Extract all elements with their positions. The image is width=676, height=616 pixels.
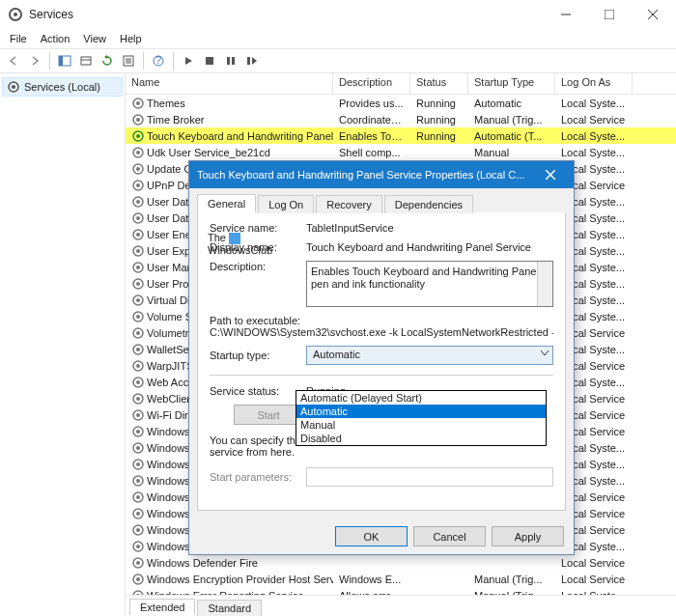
service-logon: Local Syste... — [555, 130, 633, 142]
startup-type-dropdown[interactable]: Automatic (Delayed Start) Automatic Manu… — [296, 390, 547, 446]
gear-icon — [131, 573, 145, 586]
option-automatic[interactable]: Automatic — [296, 405, 546, 418]
service-row[interactable]: Windows Encryption Provider Host Service… — [126, 571, 676, 587]
option-delayed[interactable]: Automatic (Delayed Start) — [296, 391, 546, 405]
pause-service-button[interactable] — [221, 51, 240, 70]
tab-recovery[interactable]: Recovery — [316, 195, 381, 213]
gear-icon — [131, 441, 145, 455]
gear-icon — [131, 343, 145, 356]
label-service-name: Service name: — [210, 222, 306, 234]
dialog-close-button[interactable] — [531, 163, 570, 186]
service-name: Time Broker — [147, 114, 205, 126]
export-button[interactable] — [76, 51, 96, 70]
col-name[interactable]: Name — [126, 73, 333, 94]
toolbar: ? — [0, 48, 676, 73]
service-status: Running — [410, 98, 468, 109]
service-row[interactable]: Windows Defender FireLocal Service — [126, 554, 676, 571]
menu-view[interactable]: View — [77, 31, 112, 46]
apply-button[interactable]: Apply — [492, 526, 564, 546]
svg-rect-16 — [206, 57, 213, 65]
svg-point-29 — [136, 151, 140, 154]
svg-point-43 — [136, 266, 140, 269]
col-startup-type[interactable]: Startup Type — [468, 73, 555, 94]
svg-point-53 — [136, 348, 140, 351]
label-service-status: Service status: — [210, 385, 306, 397]
refresh-button[interactable] — [98, 51, 117, 70]
gear-icon — [131, 146, 145, 159]
service-name: Udk User Service_be21cd — [147, 147, 270, 158]
chevron-down-icon — [541, 350, 549, 356]
gear-icon — [131, 129, 145, 143]
menu-action[interactable]: Action — [35, 31, 76, 46]
value-description: Enables Touch Keyboard and Handwriting P… — [311, 266, 539, 290]
restart-service-button[interactable] — [242, 51, 262, 70]
dialog-titlebar[interactable]: Touch Keyboard and Handwriting Panel Ser… — [189, 161, 574, 188]
svg-point-81 — [136, 577, 140, 581]
dialog-body: Service name: TabletInputService Display… — [197, 212, 566, 511]
service-row[interactable]: Time BrokerCoordinates...RunningManual (… — [126, 111, 676, 127]
value-display-name: Touch Keyboard and Handwriting Panel Ser… — [306, 241, 553, 253]
stop-service-button[interactable] — [200, 51, 219, 70]
menu-file[interactable]: File — [4, 31, 33, 46]
tab-logon[interactable]: Log On — [258, 195, 314, 213]
svg-point-79 — [136, 561, 140, 565]
gear-icon — [131, 113, 145, 126]
svg-point-77 — [136, 545, 140, 548]
svg-point-55 — [136, 364, 140, 368]
col-status[interactable]: Status — [410, 73, 468, 94]
dialog-title: Touch Keyboard and Handwriting Panel Ser… — [197, 169, 531, 181]
help-button[interactable]: ? — [149, 51, 168, 70]
service-row[interactable]: Udk User Service_be21cdShell comp...Manu… — [126, 144, 676, 160]
col-description[interactable]: Description — [333, 73, 410, 94]
label-startup-type: Startup type: — [210, 350, 306, 361]
gear-icon — [131, 244, 145, 258]
service-row[interactable]: Windows Error Reporting ServiceAllows er… — [126, 587, 676, 595]
svg-rect-7 — [59, 56, 63, 66]
svg-point-21 — [12, 85, 15, 89]
svg-point-27 — [136, 134, 140, 138]
col-log-on-as[interactable]: Log On As — [555, 73, 633, 94]
tree-services-local[interactable]: Services (Local) — [2, 77, 123, 97]
tab-standard[interactable]: Standard — [197, 600, 262, 616]
gear-icon — [131, 523, 145, 537]
gear-icon — [131, 277, 145, 291]
start-service-button[interactable] — [179, 51, 198, 70]
service-row[interactable]: Touch Keyboard and Handwriting Panel Ser… — [126, 127, 676, 144]
service-row[interactable]: ThemesProvides us...RunningAutomaticLoca… — [126, 95, 676, 111]
description-box[interactable]: Enables Touch Keyboard and Handwriting P… — [306, 261, 553, 307]
startup-type-select[interactable]: Automatic — [306, 346, 553, 365]
scrollbar-icon[interactable] — [537, 262, 552, 306]
gear-icon — [131, 228, 145, 241]
menu-help[interactable]: Help — [114, 31, 148, 46]
option-disabled[interactable]: Disabled — [296, 432, 546, 445]
svg-point-41 — [136, 249, 140, 253]
service-logon: Local Service — [555, 574, 633, 585]
gear-icon — [131, 490, 145, 504]
svg-point-71 — [136, 495, 140, 499]
list-header: Name Description Status Startup Type Log… — [126, 73, 676, 95]
gear-icon — [131, 392, 145, 406]
cancel-button[interactable]: Cancel — [413, 526, 486, 546]
svg-point-61 — [136, 413, 140, 417]
show-hide-tree-button[interactable] — [55, 51, 74, 70]
maximize-button[interactable] — [587, 1, 631, 28]
service-name: Windows Encryption Provider Host Service — [147, 574, 333, 585]
back-button[interactable] — [4, 51, 23, 70]
svg-point-75 — [136, 528, 140, 532]
tab-dependencies[interactable]: Dependencies — [384, 195, 473, 213]
dialog-tabs: General Log On Recovery Dependencies — [189, 188, 574, 212]
svg-rect-8 — [81, 57, 91, 65]
value-service-name: TabletInputService — [306, 222, 553, 234]
properties-button[interactable] — [119, 51, 138, 70]
ok-button[interactable]: OK — [335, 526, 408, 546]
label-start-params: Start parameters: — [210, 471, 306, 483]
tab-extended[interactable]: Extended — [129, 599, 195, 615]
minimize-button[interactable] — [544, 1, 587, 28]
start-button[interactable]: Start — [234, 405, 303, 425]
svg-point-57 — [136, 380, 140, 384]
forward-button[interactable] — [25, 51, 44, 70]
close-button[interactable] — [631, 1, 674, 28]
services-icon — [7, 80, 20, 94]
tab-general[interactable]: General — [197, 194, 256, 212]
option-manual[interactable]: Manual — [296, 418, 546, 432]
